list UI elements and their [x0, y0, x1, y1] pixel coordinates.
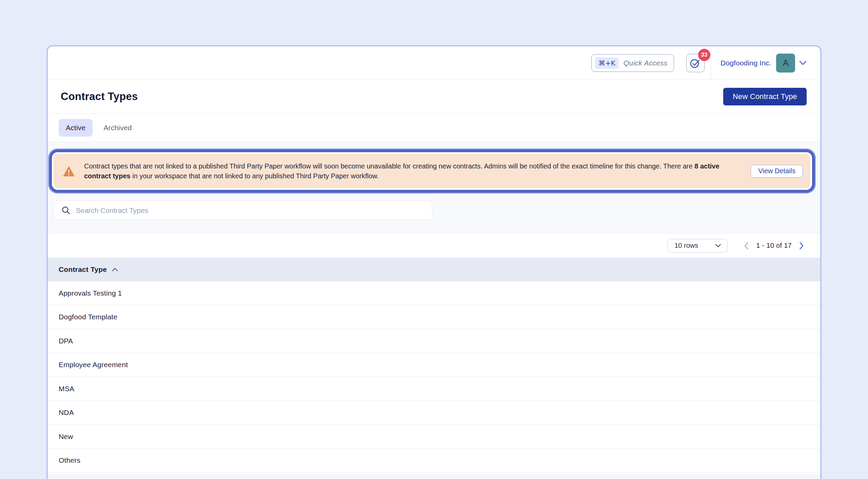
contract-type-name: MSA: [59, 385, 74, 393]
warning-triangle-icon: [62, 165, 75, 177]
contract-type-name: NDA: [59, 408, 74, 417]
next-page-button[interactable]: [798, 240, 805, 251]
notification-badge: 33: [698, 49, 710, 61]
chevron-left-icon: [744, 242, 749, 250]
header-divider: [711, 46, 711, 79]
tab-archived[interactable]: Archived: [103, 119, 132, 137]
sort-ascending-icon: [112, 267, 118, 272]
column-header-label: Contract Type: [59, 265, 107, 274]
table-row[interactable]: MSA: [48, 377, 820, 401]
banner-text-before: Contract types that are not linked to a …: [84, 162, 694, 170]
contract-type-name: Approvals Testing 1: [59, 289, 122, 297]
prev-page-button[interactable]: [743, 240, 750, 251]
page-title: Contract Types: [61, 91, 138, 103]
pagination-range: 1 - 10 of 17: [756, 242, 792, 250]
new-contract-type-button[interactable]: New Contract Type: [723, 88, 807, 105]
quick-access-button[interactable]: ⌘+K Quick Access: [591, 54, 674, 72]
tasks-button-wrapper: 33: [686, 54, 705, 72]
avatar: A: [776, 54, 795, 73]
contract-type-name: Others: [59, 456, 80, 464]
rows-per-page-select[interactable]: 10 rows: [667, 239, 728, 253]
table-row[interactable]: Approvals Testing 1: [48, 281, 820, 305]
table-row[interactable]: NDA: [48, 401, 820, 425]
banner-text-after: in your workspace that are not linked to…: [131, 172, 379, 180]
tab-active[interactable]: Active: [59, 119, 93, 137]
warning-banner: Contract types that are not linked to a …: [54, 154, 810, 188]
view-details-button[interactable]: View Details: [751, 165, 803, 178]
chevron-right-icon: [799, 242, 804, 250]
page-header: Contract Types New Contract Type: [48, 80, 820, 114]
contract-type-name: DPA: [59, 337, 73, 345]
table-row[interactable]: New: [48, 425, 820, 449]
column-header-contract-type[interactable]: Contract Type: [48, 258, 820, 281]
rows-per-page-value: 10 rows: [674, 242, 698, 250]
org-switcher[interactable]: Dogfooding Inc. A: [721, 54, 807, 73]
warning-banner-text: Contract types that are not linked to a …: [84, 161, 741, 181]
table-row-partial: [48, 473, 820, 479]
table-row[interactable]: Others: [48, 449, 820, 473]
top-bar: ⌘+K Quick Access 33 Dogfooding Inc. A: [48, 46, 820, 80]
pagination-bar: 10 rows 1 - 10 of 17: [48, 234, 820, 258]
chevron-down-icon: [799, 61, 807, 65]
contract-type-name: Employee Agreement: [59, 361, 128, 369]
table-row[interactable]: Employee Agreement: [48, 353, 820, 377]
search-icon: [61, 206, 71, 215]
table-row[interactable]: DPA: [48, 329, 820, 353]
search-input-wrapper: [54, 201, 432, 220]
chevron-down-icon: [715, 244, 721, 247]
tabs: Active Archived: [48, 114, 820, 142]
quick-access-label: Quick Access: [624, 59, 668, 67]
org-name: Dogfooding Inc.: [721, 59, 771, 67]
filters-section: Contract types that are not linked to a …: [48, 142, 820, 234]
contract-type-name: New: [59, 433, 73, 441]
main-card: ⌘+K Quick Access 33 Dogfooding Inc. A: [46, 45, 822, 479]
table-row[interactable]: Dogfood Template: [48, 305, 820, 330]
search-input[interactable]: [75, 206, 432, 215]
contract-type-name: Dogfood Template: [59, 313, 117, 321]
cmd-k-shortcut-badge: ⌘+K: [595, 57, 619, 69]
